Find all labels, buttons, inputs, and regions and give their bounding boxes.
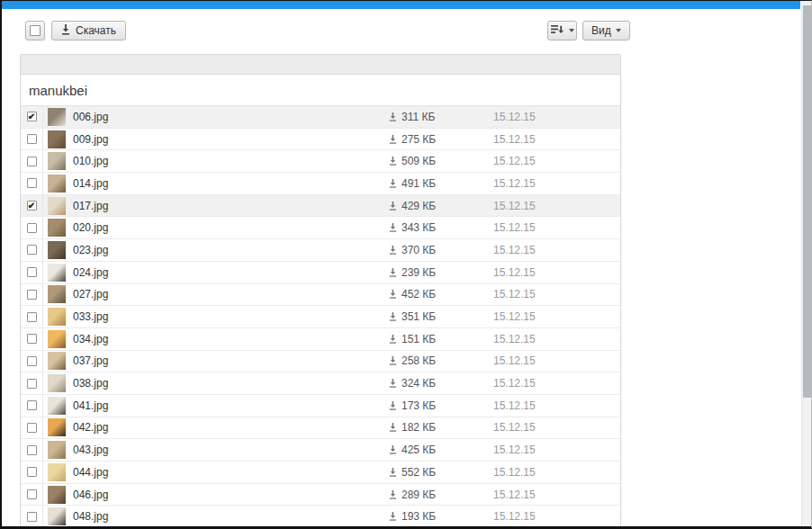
file-checkbox-cell[interactable]: ✔: [21, 195, 43, 217]
file-name[interactable]: 033.jpg: [73, 310, 108, 323]
file-row[interactable]: ✔ 010.jpg 509 КБ 15.12.15: [21, 150, 620, 173]
row-checkbox[interactable]: ✔: [27, 467, 37, 477]
download-icon: [389, 512, 397, 521]
file-checkbox-cell[interactable]: ✔: [21, 262, 43, 283]
select-all-checkbox[interactable]: ✔: [30, 25, 41, 36]
file-row[interactable]: ✔ 037.jpg 258 КБ 15.12.15: [21, 351, 620, 373]
file-name[interactable]: 014.jpg: [73, 177, 108, 190]
file-name[interactable]: 034.jpg: [73, 333, 108, 345]
folder-panel: manukbei ✔ 006.jpg 311 КБ 15.12.15 ✔ 009…: [20, 54, 621, 529]
file-row[interactable]: ✔ 024.jpg 239 КБ 15.12.15: [21, 262, 620, 284]
row-checkbox[interactable]: ✔: [27, 512, 37, 522]
file-name[interactable]: 023.jpg: [73, 244, 108, 256]
file-checkbox-cell[interactable]: ✔: [21, 217, 43, 238]
file-row[interactable]: ✔ 033.jpg 351 КБ 15.12.15: [21, 306, 620, 328]
row-checkbox[interactable]: ✔: [27, 134, 37, 144]
file-name[interactable]: 038.jpg: [73, 377, 108, 390]
file-date: 15.12.15: [493, 333, 536, 345]
file-name[interactable]: 043.jpg: [73, 444, 108, 456]
file-name[interactable]: 044.jpg: [73, 466, 108, 479]
file-checkbox-cell[interactable]: ✔: [21, 395, 43, 417]
file-checkbox-cell[interactable]: ✔: [21, 439, 43, 461]
row-checkbox[interactable]: ✔: [27, 379, 37, 389]
download-icon: [389, 356, 397, 365]
file-checkbox-cell[interactable]: ✔: [21, 462, 43, 483]
row-checkbox[interactable]: ✔: [27, 423, 37, 433]
sort-button[interactable]: [547, 21, 577, 40]
select-all-button[interactable]: ✔: [25, 21, 45, 40]
file-checkbox-cell[interactable]: ✔: [21, 417, 43, 439]
file-row[interactable]: ✔ 027.jpg 452 КБ 15.12.15: [21, 284, 620, 307]
file-size: 151 КБ: [401, 333, 436, 345]
scrollbar-thumb[interactable]: [803, 5, 811, 398]
file-checkbox-cell[interactable]: ✔: [21, 351, 43, 372]
row-checkbox[interactable]: ✔: [27, 356, 37, 366]
file-name[interactable]: 046.jpg: [73, 489, 108, 501]
download-icon: [389, 423, 397, 432]
file-name[interactable]: 017.jpg: [73, 200, 108, 212]
row-checkbox[interactable]: ✔: [27, 290, 37, 300]
file-date: 15.12.15: [493, 155, 536, 167]
file-name[interactable]: 042.jpg: [73, 421, 108, 434]
row-checkbox[interactable]: ✔: [27, 489, 37, 499]
file-row[interactable]: ✔ 009.jpg 275 КБ 15.12.15: [21, 129, 620, 151]
row-checkbox[interactable]: ✔: [27, 223, 37, 233]
file-name[interactable]: 041.jpg: [73, 399, 108, 412]
file-name[interactable]: 010.jpg: [73, 155, 108, 167]
file-row[interactable]: ✔ 046.jpg 289 КБ 15.12.15: [21, 484, 620, 507]
row-checkbox[interactable]: ✔: [27, 267, 37, 277]
file-size-cell: 370 КБ: [389, 244, 436, 256]
file-checkbox-cell[interactable]: ✔: [21, 328, 43, 350]
file-name[interactable]: 027.jpg: [73, 288, 108, 300]
file-name[interactable]: 009.jpg: [73, 133, 108, 146]
file-thumbnail: [48, 374, 66, 392]
file-size-cell: 552 КБ: [389, 466, 436, 479]
file-row[interactable]: ✔ 006.jpg 311 КБ 15.12.15: [21, 106, 620, 129]
file-name[interactable]: 006.jpg: [73, 111, 108, 123]
row-checkbox[interactable]: ✔: [27, 334, 37, 344]
file-size: 343 КБ: [401, 221, 436, 234]
row-checkbox[interactable]: ✔: [27, 400, 37, 410]
row-checkbox[interactable]: ✔: [27, 157, 37, 166]
file-checkbox-cell[interactable]: ✔: [21, 306, 43, 327]
file-name[interactable]: 048.jpg: [73, 510, 108, 523]
row-checkbox[interactable]: ✔: [27, 312, 37, 322]
file-row[interactable]: ✔ 038.jpg 324 КБ 15.12.15: [21, 372, 620, 395]
file-name[interactable]: 024.jpg: [73, 266, 108, 279]
download-icon: [389, 468, 397, 477]
file-checkbox-cell[interactable]: ✔: [21, 484, 43, 506]
row-checkbox[interactable]: ✔: [27, 201, 37, 211]
download-button[interactable]: Скачать: [51, 21, 126, 40]
file-row[interactable]: ✔ 044.jpg 552 КБ 15.12.15: [21, 462, 620, 484]
file-row[interactable]: ✔ 017.jpg 429 КБ 15.12.15: [21, 195, 620, 218]
row-checkbox[interactable]: ✔: [27, 245, 37, 255]
file-checkbox-cell[interactable]: ✔: [21, 284, 43, 306]
file-date: 15.12.15: [493, 133, 536, 146]
file-row[interactable]: ✔ 042.jpg 182 КБ 15.12.15: [21, 417, 620, 440]
file-date: 15.12.15: [493, 288, 536, 300]
caret-down-icon: [616, 29, 621, 32]
file-checkbox-cell[interactable]: ✔: [21, 150, 43, 172]
file-checkbox-cell[interactable]: ✔: [21, 506, 43, 527]
row-checkbox[interactable]: ✔: [27, 112, 37, 121]
file-thumbnail: [48, 352, 66, 370]
view-button[interactable]: Вид: [582, 21, 630, 40]
file-row[interactable]: ✔ 048.jpg 193 КБ 15.12.15: [21, 506, 620, 528]
file-checkbox-cell[interactable]: ✔: [21, 129, 43, 150]
row-checkbox[interactable]: ✔: [27, 178, 37, 188]
file-row[interactable]: ✔ 023.jpg 370 КБ 15.12.15: [21, 239, 620, 262]
scrollbar-track[interactable]: [801, 1, 811, 526]
file-row[interactable]: ✔ 041.jpg 173 КБ 15.12.15: [21, 395, 620, 417]
file-checkbox-cell[interactable]: ✔: [21, 372, 43, 394]
file-checkbox-cell[interactable]: ✔: [21, 173, 43, 194]
file-checkbox-cell[interactable]: ✔: [21, 239, 43, 261]
file-checkbox-cell[interactable]: ✔: [21, 106, 43, 128]
file-row[interactable]: ✔ 014.jpg 491 КБ 15.12.15: [21, 173, 620, 195]
file-row[interactable]: ✔ 034.jpg 151 КБ 15.12.15: [21, 328, 620, 351]
file-row[interactable]: ✔ 043.jpg 425 КБ 15.12.15: [21, 439, 620, 462]
file-row[interactable]: ✔ 020.jpg 343 КБ 15.12.15: [21, 217, 620, 239]
file-name[interactable]: 020.jpg: [73, 221, 108, 234]
file-thumbnail: [48, 197, 66, 215]
row-checkbox[interactable]: ✔: [27, 445, 37, 455]
file-name[interactable]: 037.jpg: [73, 354, 108, 367]
